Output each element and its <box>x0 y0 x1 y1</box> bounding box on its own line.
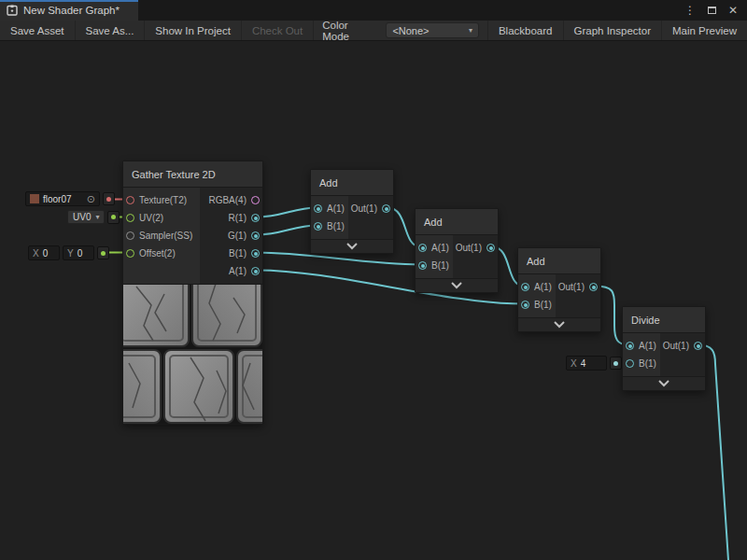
port-label: A(1) <box>229 266 247 276</box>
port-out-output[interactable] <box>486 244 495 252</box>
chevron-down-icon <box>450 282 463 289</box>
port-a-input[interactable] <box>418 244 427 252</box>
port-g-output[interactable] <box>251 231 260 240</box>
port-row: A(1) <box>311 200 348 217</box>
port-row: A(1) <box>416 239 453 257</box>
tab-new-shader-graph[interactable]: New Shader Graph* <box>0 0 138 21</box>
color-mode-dropdown[interactable]: <None> ▾ <box>386 22 479 38</box>
port-label: Out(1) <box>456 243 482 253</box>
texture-object-field[interactable]: floor07 ⊙ <box>25 191 100 206</box>
port-label: A(1) <box>639 341 656 351</box>
port-label: Sampler(SS) <box>139 231 192 241</box>
port-row: Offset(2) <box>123 245 200 262</box>
node-header[interactable]: Divide <box>623 307 705 333</box>
y-label: Y <box>67 248 74 259</box>
port-row: B(1) <box>311 217 348 235</box>
show-in-project-button[interactable]: Show In Project <box>145 21 242 40</box>
port-b-input[interactable] <box>418 261 427 270</box>
collapse-toggle[interactable] <box>311 239 393 253</box>
shader-graph-window: New Shader Graph* ⋮ ✕ Save Asset Save As… <box>0 0 747 560</box>
port-row: RGBA(4) <box>200 191 262 209</box>
port-offset-input[interactable] <box>126 249 134 258</box>
port-label: B(1) <box>639 358 656 369</box>
port-label: Out(1) <box>558 282 585 292</box>
port-b-input[interactable] <box>626 359 634 368</box>
texture-port-stub[interactable] <box>103 192 115 205</box>
port-row: B(1) <box>200 245 262 262</box>
chevron-down-icon: ▾ <box>95 213 99 221</box>
port-b-input[interactable] <box>521 301 529 309</box>
divide-b-port-stub[interactable] <box>610 357 622 370</box>
wire-g-to-add1-b[interactable] <box>257 226 317 235</box>
port-row: Out(1) <box>453 239 498 257</box>
main-preview-button[interactable]: Main Preview <box>661 21 747 40</box>
node-body: Texture(T2) UV(2) Sampler(SS) Offset(2) <box>123 188 262 284</box>
port-uv-input[interactable] <box>126 214 134 222</box>
port-a-output[interactable] <box>251 267 260 275</box>
port-b-output[interactable] <box>251 249 260 258</box>
divide-b-field[interactable]: X 4 <box>566 356 607 371</box>
node-title: Gather Texture 2D <box>132 169 216 180</box>
chevron-down-icon <box>657 380 670 387</box>
wires-layer <box>0 41 747 560</box>
port-b-input[interactable] <box>314 222 322 231</box>
port-a-input[interactable] <box>626 342 634 350</box>
uv-channel-value: UV0 <box>73 212 91 222</box>
node-divide[interactable]: Divide A(1) B(1) Out(1) <box>622 306 706 391</box>
node-header[interactable]: Add <box>416 209 498 235</box>
collapse-toggle[interactable] <box>416 278 498 292</box>
window-menu-icon[interactable]: ⋮ <box>684 5 696 16</box>
node-header[interactable]: Add <box>518 248 600 274</box>
node-gather-texture-2d[interactable]: Gather Texture 2D Texture(T2) UV(2) Samp… <box>122 161 263 425</box>
port-a-input[interactable] <box>314 204 322 213</box>
input-ports: Texture(T2) UV(2) Sampler(SS) Offset(2) <box>123 188 200 284</box>
port-label: Out(1) <box>663 341 689 351</box>
node-add-2[interactable]: Add A(1) B(1) Out(1) <box>415 208 499 293</box>
offset-y-field[interactable]: Y 0 <box>63 245 94 260</box>
object-picker-icon[interactable]: ⊙ <box>87 194 95 204</box>
save-asset-button[interactable]: Save Asset <box>0 21 76 40</box>
window-controls: ⋮ ✕ <box>684 0 747 21</box>
port-out-output[interactable] <box>382 204 390 213</box>
wire-r-to-add1-a[interactable] <box>257 208 317 217</box>
port-label: A(1) <box>327 203 345 214</box>
port-row: G(1) <box>200 227 262 245</box>
x-label: X <box>571 358 577 369</box>
port-label: B(1) <box>327 221 345 231</box>
port-sampler-input[interactable] <box>126 231 134 240</box>
node-header[interactable]: Add <box>311 170 393 196</box>
port-row: Out(1) <box>556 278 600 296</box>
port-label: G(1) <box>228 231 247 241</box>
port-out-output[interactable] <box>694 342 702 350</box>
port-label: Offset(2) <box>139 248 176 259</box>
graph-inspector-button[interactable]: Graph Inspector <box>563 21 661 40</box>
save-as-button[interactable]: Save As... <box>76 21 146 40</box>
port-r-output[interactable] <box>251 214 260 222</box>
collapse-toggle[interactable] <box>623 376 705 390</box>
node-header[interactable]: Gather Texture 2D <box>123 161 262 188</box>
node-add-1[interactable]: Add A(1) B(1) Out(1) <box>310 169 394 254</box>
port-texture-input[interactable] <box>126 196 134 204</box>
blackboard-button[interactable]: Blackboard <box>487 21 563 40</box>
offset-input-widget: X 0 Y 0 <box>28 245 109 260</box>
port-row: UV(2) <box>123 209 200 227</box>
maximize-icon[interactable] <box>708 7 716 14</box>
toolbar-right: Color Mode <None> ▾ Blackboard Graph Ins… <box>314 21 747 40</box>
graph-canvas[interactable]: floor07 ⊙ UV0 ▾ X 0 Y 0 <box>0 41 747 560</box>
node-add-3[interactable]: Add A(1) B(1) Out(1) <box>517 247 601 332</box>
port-row: Texture(T2) <box>123 191 200 209</box>
wire-b-to-add2-b[interactable] <box>257 253 421 265</box>
port-row: Out(1) <box>660 337 705 355</box>
port-a-input[interactable] <box>521 283 529 291</box>
uv-channel-dropdown[interactable]: UV0 ▾ <box>67 210 105 224</box>
close-icon[interactable]: ✕ <box>728 5 738 16</box>
uv-port-stub[interactable] <box>107 211 120 224</box>
port-row: B(1) <box>518 296 556 314</box>
collapse-toggle[interactable] <box>518 317 600 331</box>
offset-x-field[interactable]: X 0 <box>28 245 60 260</box>
tab-accent-line <box>0 0 138 2</box>
offset-port-stub[interactable] <box>97 246 109 259</box>
port-out-output[interactable] <box>589 283 598 291</box>
port-rgba-output[interactable] <box>251 196 260 204</box>
offset-x-value: 0 <box>43 248 49 259</box>
